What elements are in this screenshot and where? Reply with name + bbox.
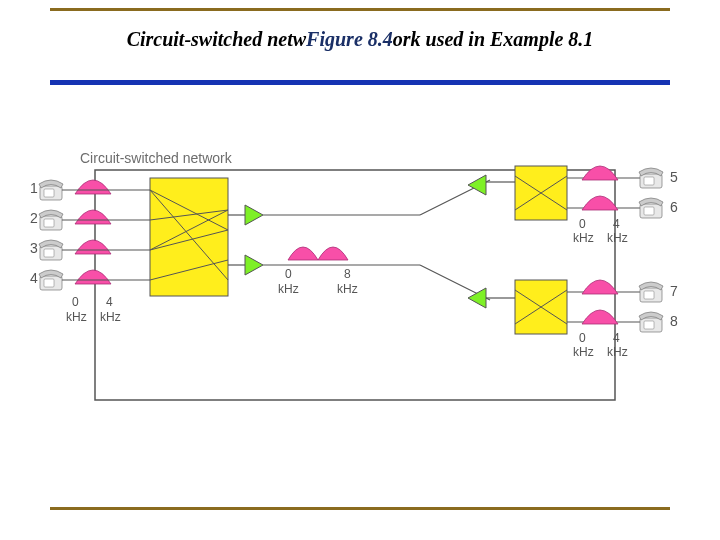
phone-label-7: 7 [670, 283, 678, 299]
network-diagram: 1 2 3 4 0 4 kHz kHz [30, 160, 690, 440]
axis-khz: kHz [607, 345, 628, 359]
axis-zero: 0 [579, 217, 586, 231]
phone-label-4: 4 [30, 270, 38, 286]
center-trunks: 0 8 kHz kHz [228, 175, 515, 308]
axis-khz: kHz [573, 231, 594, 245]
axis-four: 4 [106, 295, 113, 309]
top-rule [50, 8, 670, 11]
spectrum-0-8-icon [288, 247, 348, 260]
axis-eight: 8 [344, 267, 351, 281]
axis-zero: 0 [285, 267, 292, 281]
right-bottom-switch [515, 280, 567, 334]
amplifier-icon [245, 255, 263, 275]
phone-label-3: 3 [30, 240, 38, 256]
axis-khz: kHz [278, 282, 299, 296]
axis-zero: 0 [72, 295, 79, 309]
right-top-switch [515, 166, 567, 220]
figure-number: Figure 8.4 [306, 28, 393, 50]
axis-khz: kHz [573, 345, 594, 359]
spectrum-icon [75, 240, 111, 254]
phone-label-5: 5 [670, 169, 678, 185]
axis-four: 4 [613, 331, 620, 345]
axis-khz: kHz [337, 282, 358, 296]
axis-zero: 0 [579, 331, 586, 345]
spectrum-icon [75, 210, 111, 224]
amplifier-icon [245, 205, 263, 225]
left-endpoints: 1 2 3 4 0 4 kHz kHz [30, 180, 121, 324]
phone-icon [639, 312, 663, 332]
spectrum-icon [75, 180, 111, 194]
spectrum-icon [75, 270, 111, 284]
phone-icon [639, 282, 663, 302]
axis-four: 4 [613, 217, 620, 231]
spectrum-icon [582, 310, 618, 324]
phone-label-6: 6 [670, 199, 678, 215]
spectrum-icon [582, 280, 618, 294]
spectrum-icon [582, 196, 618, 210]
phone-icon [639, 168, 663, 188]
axis-khz: kHz [607, 231, 628, 245]
title-seg-3: n Example 8.1 [474, 28, 593, 50]
phone-icon [39, 240, 63, 260]
phone-icon [639, 198, 663, 218]
title-seg-1: Circuit-switched netw [127, 28, 306, 50]
slide-title: Circuit-switched netwFigure 8.4ork used … [0, 28, 720, 51]
title-seg-2: ork used i [393, 28, 474, 50]
left-switch [150, 178, 228, 296]
phone-label-1: 1 [30, 180, 38, 196]
axis-khz: kHz [100, 310, 121, 324]
phone-icon [39, 210, 63, 230]
amplifier-icon [468, 175, 486, 195]
blue-divider [50, 80, 670, 85]
phone-icon [39, 180, 63, 200]
axis-khz: kHz [66, 310, 87, 324]
left-links [62, 190, 150, 280]
phone-label-8: 8 [670, 313, 678, 329]
phone-label-2: 2 [30, 210, 38, 226]
spectrum-icon [582, 166, 618, 180]
phone-icon [39, 270, 63, 290]
bottom-rule [50, 507, 670, 510]
